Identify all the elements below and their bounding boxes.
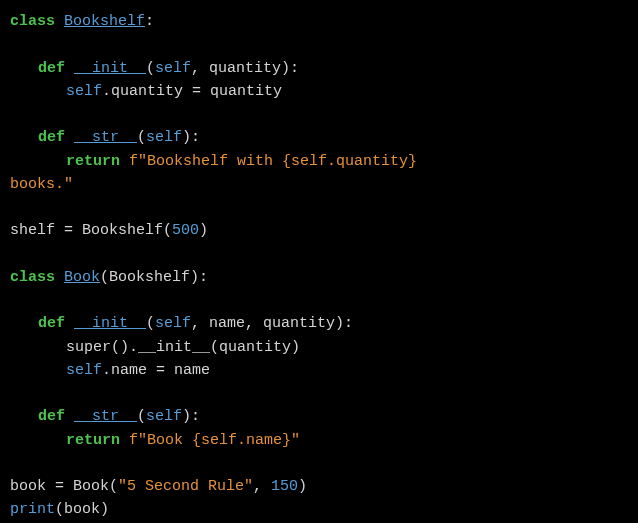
fstring-continuation: books." xyxy=(10,176,73,193)
code-line: self.quantity = quantity xyxy=(10,80,628,103)
blank-line xyxy=(10,33,628,56)
method-str: __str__ xyxy=(74,129,137,146)
number-literal: 500 xyxy=(172,222,199,239)
code-line: book = Book("5 Second Rule", 150) xyxy=(10,475,628,498)
code-line: self.name = name xyxy=(10,359,628,382)
code-line: class Book(Bookshelf): xyxy=(10,266,628,289)
code-line: super().__init__(quantity) xyxy=(10,336,628,359)
method-init: __init__ xyxy=(74,60,146,77)
self-param: self xyxy=(146,129,182,146)
self-param: self xyxy=(155,315,191,332)
return-keyword: return xyxy=(66,432,120,449)
code-line: shelf = Bookshelf(500) xyxy=(10,219,628,242)
self-param: self xyxy=(146,408,182,425)
code-line: def __init__(self, quantity): xyxy=(10,57,628,80)
fstring: f"Book {self.name}" xyxy=(129,432,300,449)
self-param: self xyxy=(155,60,191,77)
code-line: def __init__(self, name, quantity): xyxy=(10,312,628,335)
class-name-book: Book xyxy=(64,269,100,286)
print-function: print xyxy=(10,501,55,518)
def-keyword: def xyxy=(38,408,65,425)
class-name-bookshelf: Bookshelf xyxy=(64,13,145,30)
fstring: f"Bookshelf with {self.quantity} xyxy=(129,153,417,170)
blank-line xyxy=(10,243,628,266)
code-line: def __str__(self): xyxy=(10,126,628,149)
self-attr: self xyxy=(66,362,102,379)
super-call: super().__init__(quantity) xyxy=(66,339,300,356)
blank-line xyxy=(10,289,628,312)
blank-line xyxy=(10,382,628,405)
return-keyword: return xyxy=(66,153,120,170)
code-line: return f"Book {self.name}" xyxy=(10,429,628,452)
code-editor: class Bookshelf: def __init__(self, quan… xyxy=(10,10,628,522)
code-line: class Bookshelf: xyxy=(10,10,628,33)
class-keyword: class xyxy=(10,269,55,286)
blank-line xyxy=(10,103,628,126)
def-keyword: def xyxy=(38,129,65,146)
code-line: return f"Bookshelf with {self.quantity} xyxy=(10,150,628,173)
code-line: books." xyxy=(10,173,628,196)
string-literal: "5 Second Rule" xyxy=(118,478,253,495)
number-literal: 150 xyxy=(271,478,298,495)
def-keyword: def xyxy=(38,60,65,77)
method-init: __init__ xyxy=(74,315,146,332)
self-attr: self xyxy=(66,83,102,100)
code-line: def __str__(self): xyxy=(10,405,628,428)
class-keyword: class xyxy=(10,13,55,30)
def-keyword: def xyxy=(38,315,65,332)
code-line: print(book) xyxy=(10,498,628,521)
method-str: __str__ xyxy=(74,408,137,425)
blank-line xyxy=(10,452,628,475)
blank-line xyxy=(10,196,628,219)
